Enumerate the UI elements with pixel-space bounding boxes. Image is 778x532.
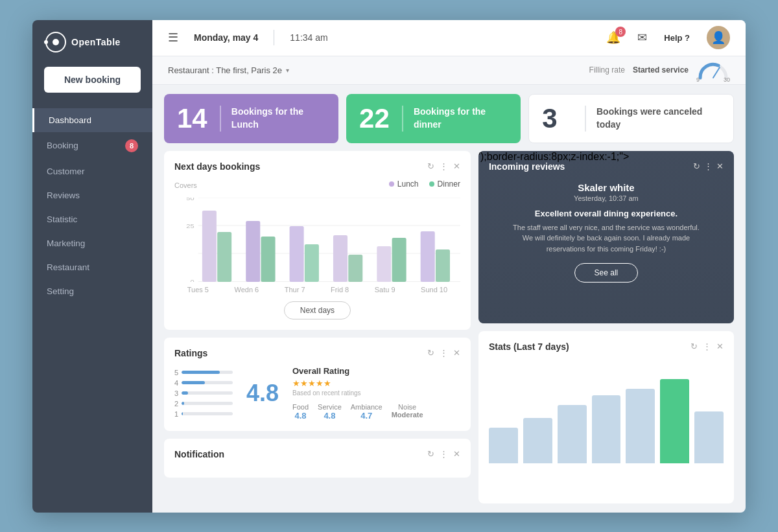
chart-day-label: Tues 5: [187, 286, 209, 294]
sidebar-item-statistic[interactable]: Statistic: [32, 207, 152, 231]
gauge-min: 9: [696, 76, 700, 83]
ratings-content: 54321 4.8 Overall Rating ★★★★★ Based on …: [174, 366, 460, 421]
stat-card-purple: 14Bookings for the Lunch: [164, 94, 338, 143]
refresh-icon[interactable]: ↻: [427, 348, 434, 358]
right-column: ');border-radius:8px;z-index:-1;"> Incom…: [478, 151, 734, 503]
more-icon[interactable]: ⋮: [703, 341, 711, 351]
sub-rating-item: NoiseModerate: [392, 403, 423, 421]
covers-label: Covers: [174, 181, 197, 189]
stat-label: Bookings for the dinner: [414, 106, 508, 131]
stats-bar-3: [592, 395, 621, 463]
see-all-container: See all: [489, 263, 724, 283]
sub-rating-item: Food4.8: [292, 403, 309, 421]
stat-number: 3: [542, 105, 574, 132]
legend-dinner: Dinner: [429, 179, 460, 189]
svg-rect-18: [421, 231, 435, 282]
close-icon[interactable]: ✕: [453, 449, 460, 459]
legend-lunch: Lunch: [389, 179, 419, 189]
nav-item-label: Restaurant: [47, 262, 89, 272]
dashboard-content: 14Bookings for the Lunch22Bookings for t…: [152, 85, 746, 513]
svg-rect-10: [246, 221, 260, 282]
mail-icon[interactable]: ✉: [637, 30, 647, 45]
next-days-button[interactable]: Next days: [284, 301, 351, 319]
stats-bar-0: [489, 428, 518, 463]
more-icon[interactable]: ⋮: [440, 161, 448, 171]
chart-day-label: Wedn 6: [235, 286, 259, 294]
ratings-title: Ratings: [174, 348, 427, 358]
chart-day-label: Sund 10: [421, 286, 447, 294]
refresh-icon[interactable]: ↻: [693, 161, 700, 171]
main-content: ☰ Monday, may 4 11:34 am 🔔 8 ✉ Help ? 👤 …: [152, 20, 746, 513]
sub-rating-item: Ambiance4.7: [351, 403, 383, 421]
filling-rate: Filling rate Started service 9 30: [589, 58, 730, 82]
stats-bar-1: [523, 418, 552, 463]
close-icon[interactable]: ✕: [716, 341, 724, 351]
two-column-layout: Next days bookings ↻ ⋮ ✕ Covers: [164, 151, 734, 503]
stat-divider: [585, 106, 586, 132]
notification-widget: Notification ↻ ⋮ ✕: [164, 439, 471, 478]
new-booking-button[interactable]: New booking: [44, 67, 141, 93]
rating-bar-bg: [182, 371, 233, 374]
ratings-detail: Overall Rating ★★★★★ Based on recent rat…: [292, 366, 460, 421]
rating-bar-fill: [182, 371, 220, 374]
notification-actions: ↻ ⋮ ✕: [427, 449, 460, 459]
nav-item-label: Statistic: [47, 214, 77, 224]
restaurant-bar: Restaurant : The first, Paris 2e ▾ Filli…: [152, 56, 746, 85]
close-icon[interactable]: ✕: [453, 161, 460, 171]
sub-rating-value: Moderate: [392, 411, 423, 419]
ratings-widget: Ratings ↻ ⋮ ✕ 54321 4.8: [164, 338, 471, 431]
restaurant-selector[interactable]: Restaurant : The first, Paris 2e ▾: [168, 65, 289, 75]
next-days-bookings-widget: Next days bookings ↻ ⋮ ✕ Covers: [164, 151, 471, 330]
rating-bar-row: 1: [174, 410, 233, 418]
legend-dot-lunch: [389, 181, 394, 187]
left-column: Next days bookings ↻ ⋮ ✕ Covers: [164, 151, 471, 503]
svg-rect-8: [202, 211, 217, 282]
nav-item-label: Dashboard: [49, 115, 91, 125]
nav-item-label: Reviews: [47, 191, 80, 200]
sidebar: OpenTable New booking DashboardBooking8C…: [32, 20, 152, 513]
reviewer-name: Skaler white: [489, 182, 724, 193]
ratings-header: Ratings ↻ ⋮ ✕: [174, 348, 460, 358]
nav-item-label: Marketing: [47, 238, 85, 248]
based-on: Based on recent ratings: [292, 389, 460, 397]
svg-text:50: 50: [186, 198, 194, 202]
bell-badge: 8: [615, 27, 626, 37]
refresh-icon[interactable]: ↻: [427, 161, 434, 171]
more-icon[interactable]: ⋮: [440, 348, 448, 358]
stats-title: Stats (Last 7 days): [489, 341, 690, 352]
more-icon[interactable]: ⋮: [704, 161, 713, 171]
nav-item-label: Customer: [47, 167, 85, 176]
sidebar-item-customer[interactable]: Customer: [32, 159, 152, 183]
see-all-button[interactable]: See all: [574, 263, 639, 283]
bar-chart: 50 25 0: [174, 198, 460, 295]
close-icon[interactable]: ✕: [716, 161, 724, 171]
gauge-max: 30: [724, 76, 730, 83]
hamburger-icon[interactable]: ☰: [168, 30, 178, 45]
nav-item-label: Booking: [47, 141, 78, 150]
sidebar-item-setting[interactable]: Setting: [32, 279, 152, 303]
topbar: ☰ Monday, may 4 11:34 am 🔔 8 ✉ Help ? 👤: [152, 20, 746, 56]
topbar-time: 11:34 am: [290, 32, 327, 43]
more-icon[interactable]: ⋮: [440, 449, 448, 459]
rating-bar-label: 5: [174, 369, 178, 376]
chart-legend: Lunch Dinner: [389, 179, 460, 189]
filling-rate-label: Filling rate: [589, 65, 625, 75]
sidebar-item-marketing[interactable]: Marketing: [32, 231, 152, 255]
refresh-icon[interactable]: ↻: [427, 449, 434, 459]
svg-rect-13: [305, 244, 319, 282]
sidebar-item-reviews[interactable]: Reviews: [32, 183, 152, 207]
close-icon[interactable]: ✕: [453, 348, 460, 358]
sidebar-item-restaurant[interactable]: Restaurant: [32, 255, 152, 279]
incoming-reviews-widget: ');border-radius:8px;z-index:-1;"> Incom…: [478, 151, 734, 323]
sub-rating-value: 4.7: [351, 411, 383, 421]
refresh-icon[interactable]: ↻: [690, 341, 698, 351]
avatar[interactable]: 👤: [707, 26, 730, 49]
chart-day-label: Satu 9: [375, 286, 395, 294]
help-button[interactable]: Help ?: [664, 33, 690, 43]
sidebar-item-dashboard[interactable]: Dashboard: [32, 108, 152, 132]
bell-button[interactable]: 🔔 8: [606, 30, 620, 45]
topbar-date: Monday, may 4: [194, 32, 258, 43]
stat-number: 22: [359, 105, 392, 132]
sidebar-item-booking[interactable]: Booking8: [32, 132, 152, 159]
widget-header: Next days bookings ↻ ⋮ ✕: [174, 161, 460, 172]
